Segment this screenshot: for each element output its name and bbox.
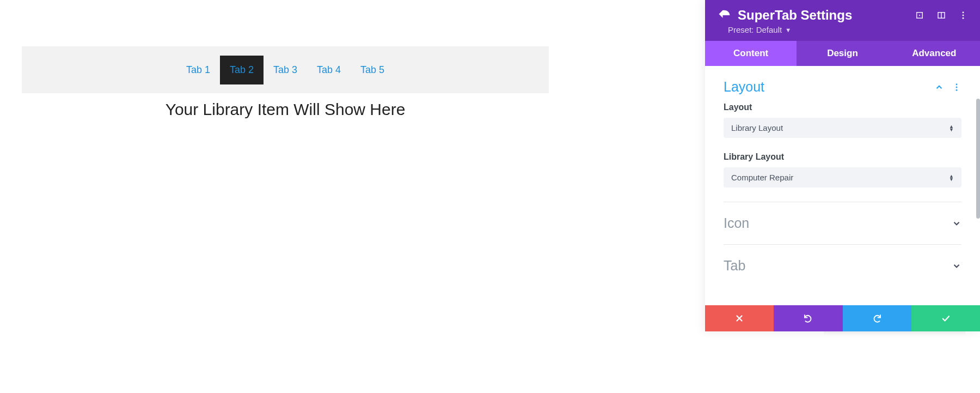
scrollbar[interactable] xyxy=(976,99,980,219)
field-label-library-layout: Library Layout xyxy=(724,152,961,162)
panel-title: SuperTab Settings xyxy=(732,8,915,23)
panel-tab-content[interactable]: Content xyxy=(705,41,797,66)
svg-point-4 xyxy=(963,11,964,13)
field-label-layout: Layout xyxy=(724,102,961,112)
undo-button[interactable] xyxy=(774,305,842,331)
preview-tab-3[interactable]: Tab 3 xyxy=(264,56,307,84)
section-title-icon: Icon xyxy=(724,215,952,231)
svg-point-9 xyxy=(956,89,958,90)
cancel-button[interactable] xyxy=(705,305,774,331)
section-toggle-icon[interactable]: Icon xyxy=(724,202,961,239)
preview-tab-bar: Tab 1 Tab 2 Tab 3 Tab 4 Tab 5 xyxy=(22,46,549,93)
updown-icon: ▲▼ xyxy=(949,174,954,181)
section-menu-icon[interactable] xyxy=(952,82,961,92)
svg-point-1 xyxy=(919,15,920,16)
kebab-menu-icon[interactable] xyxy=(958,10,968,20)
select-layout[interactable]: Library Layout ▲▼ xyxy=(724,118,961,138)
section-toggle-layout[interactable]: Layout xyxy=(724,66,961,102)
preview-tab-2[interactable]: Tab 2 xyxy=(220,56,264,84)
svg-point-5 xyxy=(963,15,964,16)
preset-selector[interactable]: Preset: Default ▼ xyxy=(705,25,980,41)
back-arrow-icon[interactable] xyxy=(717,8,732,23)
preview-tab-1[interactable]: Tab 1 xyxy=(176,56,220,84)
chevron-down-icon xyxy=(952,261,961,271)
caret-down-icon: ▼ xyxy=(785,27,791,33)
updown-icon: ▲▼ xyxy=(949,125,954,131)
svg-point-7 xyxy=(956,83,958,85)
panel-tab-advanced[interactable]: Advanced xyxy=(889,41,980,66)
panel-header: SuperTab Settings Preset: Default ▼ xyxy=(705,0,980,41)
chevron-down-icon xyxy=(952,219,961,228)
preview-tab-4[interactable]: Tab 4 xyxy=(307,56,351,84)
section-toggle-tab[interactable]: Tab xyxy=(724,245,961,281)
svg-point-6 xyxy=(963,17,964,19)
select-library-layout-value: Computer Repair xyxy=(731,173,949,182)
preview-placeholder-text: Your Library Item Will Show Here xyxy=(22,100,549,119)
panel-tab-design[interactable]: Design xyxy=(797,41,888,66)
svg-point-8 xyxy=(956,86,958,88)
columns-icon[interactable] xyxy=(936,10,946,20)
settings-panel: SuperTab Settings Preset: Default ▼ Cont… xyxy=(705,0,980,331)
chevron-up-icon xyxy=(934,82,944,92)
panel-footer xyxy=(705,305,980,331)
section-title-layout: Layout xyxy=(724,79,934,95)
expand-icon[interactable] xyxy=(915,10,924,20)
select-layout-value: Library Layout xyxy=(731,123,949,132)
redo-button[interactable] xyxy=(843,305,911,331)
section-title-tab: Tab xyxy=(724,258,952,274)
preview-tab-5[interactable]: Tab 5 xyxy=(351,56,394,84)
select-library-layout[interactable]: Computer Repair ▲▼ xyxy=(724,167,961,188)
save-button[interactable] xyxy=(911,305,980,331)
preset-label: Preset: Default xyxy=(728,25,782,34)
